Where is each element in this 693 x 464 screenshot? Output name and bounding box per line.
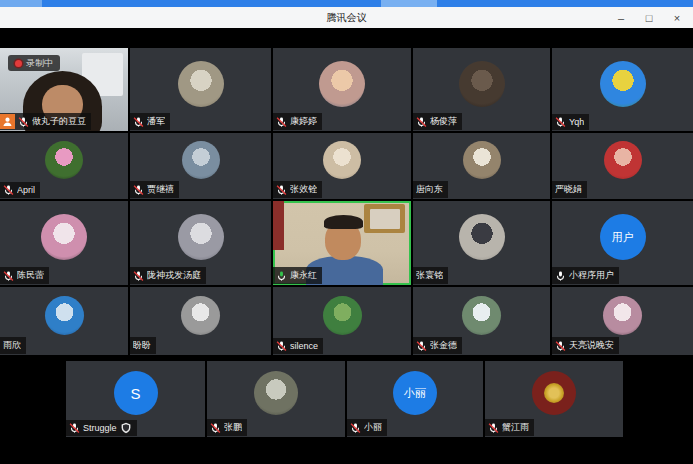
name-label: 康永红 (273, 267, 322, 284)
name-label: 盼盼 (130, 337, 156, 354)
participant-name: 陈民蕾 (17, 269, 44, 282)
mic-muted-icon (488, 422, 499, 434)
participant-tile[interactable]: 陈民蕾 (0, 201, 128, 285)
initial-avatar: 小丽 (393, 371, 437, 415)
mic-muted-icon (555, 116, 566, 128)
name-label: 严晓娟 (552, 181, 587, 198)
avatar (45, 141, 83, 179)
participant-name: 小程序用户 (569, 269, 614, 282)
tencent-meeting-window: 腾讯会议 – □ × 录制中 做丸子的豆豆 潘军 康婷婷 杨俊萍 Yqh Apr… (0, 0, 693, 464)
participant-tile[interactable]: 雨欣 (0, 287, 128, 355)
participant-tile[interactable]: 唐向东 (413, 133, 550, 199)
avatar (603, 296, 642, 335)
name-label: 小丽 (347, 419, 387, 436)
mic-muted-icon (555, 340, 566, 352)
avatar (254, 371, 298, 415)
name-label: 雨欣 (0, 337, 26, 354)
participant-name: 雨欣 (3, 339, 21, 352)
mic-muted-icon (3, 184, 14, 196)
mic-muted-icon (416, 116, 427, 128)
name-label: 小程序用户 (552, 267, 619, 284)
window-accent-strip (0, 0, 693, 7)
name-label: 陇神戎发汤庭 (130, 267, 206, 284)
name-label: 杨俊萍 (413, 113, 462, 130)
shield-badge-icon (120, 422, 132, 434)
participant-tile[interactable]: April (0, 133, 128, 199)
participant-tile[interactable]: 贾继禧 (130, 133, 271, 199)
hair-shape (324, 215, 363, 228)
participant-tile[interactable]: 陇神戎发汤庭 (130, 201, 271, 285)
avatar (462, 296, 501, 335)
name-label: 做丸子的豆豆 (0, 113, 91, 130)
mic-muted-icon (133, 270, 144, 282)
participant-tile[interactable]: 蟹江雨 (485, 361, 623, 437)
participant-tile[interactable]: 康婷婷 (273, 48, 411, 131)
maximize-button[interactable]: □ (635, 7, 663, 28)
mic-muted-icon (276, 184, 287, 196)
avatar (323, 296, 362, 335)
participant-tile[interactable]: 天亮说晚安 (552, 287, 693, 355)
mic-muted-icon (350, 422, 361, 434)
participant-name: 陇神戎发汤庭 (147, 269, 201, 282)
participant-tile[interactable]: 张鹏 (207, 361, 345, 437)
member-icon (0, 114, 15, 129)
titlebar[interactable]: 腾讯会议 – □ × (0, 7, 693, 29)
close-button[interactable]: × (663, 7, 691, 28)
avatar-initial-text: S (130, 386, 140, 401)
participant-name: 潘军 (147, 115, 165, 128)
participant-name: 唐向东 (416, 183, 443, 196)
participant-tile[interactable]: 潘军 (130, 48, 271, 131)
participant-tile[interactable]: 张金德 (413, 287, 550, 355)
participant-name: 蟹江雨 (502, 421, 529, 434)
initial-avatar (532, 371, 576, 415)
avatar (459, 214, 505, 260)
participant-name: 张寰铭 (416, 269, 443, 282)
avatar (181, 296, 220, 335)
red-curtain-shape (273, 201, 284, 250)
name-label: 张金德 (413, 337, 462, 354)
participant-name: Struggle (83, 423, 117, 433)
avatar (459, 61, 505, 107)
mic-muted-icon (18, 116, 29, 128)
name-label: 张寰铭 (413, 267, 448, 284)
participant-tile[interactable]: 严晓娟 (552, 133, 693, 199)
participant-name: 盼盼 (133, 339, 151, 352)
mic-muted-icon (3, 270, 14, 282)
name-label: silence (273, 338, 323, 354)
name-label: 陈民蕾 (0, 267, 49, 284)
mic-muted-icon (133, 116, 144, 128)
mic-icon (555, 270, 566, 282)
minimize-button[interactable]: – (607, 7, 635, 28)
participant-name: silence (290, 341, 318, 351)
avatar (463, 141, 501, 179)
participant-tile[interactable]: 小丽 小丽 (347, 361, 483, 437)
name-label: 张鹏 (207, 419, 247, 436)
participant-tile[interactable]: Yqh (552, 48, 693, 131)
participant-tile[interactable]: S Struggle (66, 361, 205, 437)
avatar (600, 61, 646, 107)
participant-name: April (17, 185, 35, 195)
participant-tile[interactable]: 康永红 (273, 201, 411, 285)
name-label: 唐向东 (413, 181, 448, 198)
name-label: 蟹江雨 (485, 419, 534, 436)
avatar (45, 296, 84, 335)
participant-name: 张金德 (430, 339, 457, 352)
participant-name: Yqh (569, 117, 584, 127)
mic-muted-icon (276, 340, 287, 352)
participant-name: 康婷婷 (290, 115, 317, 128)
name-label: Struggle (66, 420, 137, 436)
name-label: 天亮说晚安 (552, 337, 619, 354)
participant-tile[interactable]: 张寰铭 (413, 201, 550, 285)
participant-tile[interactable]: 张效铨 (273, 133, 411, 199)
participant-tile[interactable]: 用户 小程序用户 (552, 201, 693, 285)
participant-tile[interactable]: 盼盼 (130, 287, 271, 355)
name-label: April (0, 182, 40, 198)
participant-name: 张鹏 (224, 421, 242, 434)
avatar (319, 61, 365, 107)
participant-tile[interactable]: silence (273, 287, 411, 355)
initial-avatar: S (114, 371, 158, 415)
participant-tile[interactable]: 杨俊萍 (413, 48, 550, 131)
participant-name: 杨俊萍 (430, 115, 457, 128)
avatar (604, 141, 642, 179)
name-label: 康婷婷 (273, 113, 322, 130)
